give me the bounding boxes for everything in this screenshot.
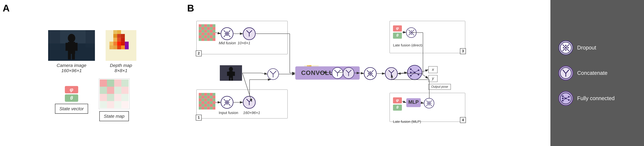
svg-rect-154	[307, 72, 309, 74]
svg-point-166	[225, 33, 226, 34]
svg-line-181	[246, 99, 249, 102]
diagram-svg: 2 1 3 4	[190, 4, 545, 142]
svg-rect-113	[207, 98, 210, 101]
svg-rect-77	[212, 30, 216, 33]
concatenate-label: Concatenate	[577, 70, 608, 76]
svg-rect-44	[122, 101, 128, 108]
svg-rect-21	[113, 42, 117, 45]
svg-rect-158	[314, 74, 316, 76]
svg-rect-20	[121, 42, 125, 45]
svg-rect-215	[393, 25, 402, 31]
svg-rect-161	[305, 74, 307, 76]
svg-line-269	[421, 103, 424, 103]
svg-point-206	[414, 72, 416, 73]
svg-text:10×6×1: 10×6×1	[238, 41, 250, 45]
svg-rect-16	[113, 38, 117, 42]
svg-point-236	[428, 101, 430, 102]
svg-line-235	[426, 100, 432, 106]
svg-rect-133	[212, 107, 216, 110]
svg-rect-111	[202, 98, 204, 101]
svg-rect-156	[311, 74, 314, 76]
svg-rect-30	[107, 79, 114, 87]
svg-text:y: y	[432, 76, 434, 80]
svg-line-266	[422, 70, 428, 72]
svg-line-250	[270, 71, 273, 74]
svg-line-268	[402, 101, 406, 103]
svg-rect-73	[202, 30, 204, 33]
svg-rect-63	[207, 24, 210, 27]
svg-rect-116	[199, 101, 202, 104]
svg-line-276	[334, 70, 338, 73]
svg-rect-85	[202, 35, 204, 38]
concatenate-icon	[558, 66, 573, 80]
svg-rect-72	[199, 30, 202, 33]
state-vector-box: φ θ State vector	[55, 86, 88, 114]
panel-a: A	[0, 0, 184, 146]
svg-point-180	[243, 96, 255, 108]
svg-rect-33	[100, 87, 107, 94]
legend-dropout: Dropout	[558, 40, 596, 55]
svg-rect-109	[212, 96, 216, 98]
svg-line-178	[249, 30, 252, 33]
svg-rect-217	[393, 33, 402, 39]
svg-rect-35	[114, 87, 122, 94]
svg-point-219	[406, 28, 416, 38]
depth-caption: Depth map 8×8×1	[110, 63, 132, 73]
svg-point-239	[428, 104, 430, 105]
svg-rect-37	[100, 94, 107, 101]
svg-rect-84	[199, 35, 202, 38]
svg-line-187	[367, 70, 374, 77]
svg-rect-41	[100, 101, 107, 108]
svg-rect-157	[314, 72, 316, 74]
svg-rect-110	[199, 98, 202, 101]
svg-rect-25	[125, 45, 129, 49]
svg-rect-86	[204, 35, 207, 38]
camera-caption: Camera image 160×96×1	[57, 63, 86, 73]
svg-point-305	[565, 98, 566, 99]
svg-rect-118	[204, 101, 207, 104]
svg-rect-115	[212, 98, 216, 101]
svg-line-241	[216, 33, 221, 34]
svg-rect-5	[75, 43, 78, 51]
svg-text:MLP: MLP	[408, 99, 419, 105]
svg-text:Late fusion (direct): Late fusion (direct)	[393, 43, 422, 47]
svg-point-233	[424, 98, 434, 108]
panel-a-bottom: φ θ State vector	[55, 78, 130, 121]
svg-rect-227	[393, 97, 402, 103]
svg-rect-107	[207, 96, 210, 98]
svg-rect-12	[117, 30, 121, 34]
svg-rect-138	[229, 71, 233, 78]
svg-rect-39	[114, 94, 122, 101]
svg-line-170	[224, 99, 230, 106]
svg-rect-211	[428, 75, 437, 82]
panel-c: Dropout Concatenate	[550, 0, 644, 146]
svg-line-177	[246, 30, 249, 33]
svg-point-238	[430, 103, 431, 104]
svg-rect-29	[100, 79, 107, 87]
svg-point-289	[563, 47, 564, 48]
main-container: A	[0, 0, 644, 146]
svg-text:2: 2	[198, 51, 200, 55]
svg-rect-132	[210, 107, 212, 110]
svg-rect-104	[199, 96, 202, 98]
svg-line-282	[348, 70, 351, 73]
svg-point-167	[228, 33, 229, 34]
svg-rect-34	[107, 87, 114, 94]
svg-line-246	[242, 73, 252, 102]
svg-point-225	[411, 34, 412, 35]
svg-rect-106	[204, 96, 207, 98]
svg-point-237	[427, 103, 428, 104]
svg-rect-7	[72, 54, 75, 60]
svg-rect-123	[202, 104, 204, 107]
svg-rect-147	[309, 68, 312, 70]
camera-image	[48, 30, 95, 61]
svg-rect-43	[114, 101, 122, 108]
svg-point-288	[565, 45, 566, 46]
svg-text:Input fusion: Input fusion	[219, 111, 238, 115]
svg-rect-128	[199, 107, 202, 110]
svg-rect-209	[428, 67, 437, 73]
svg-rect-117	[202, 101, 204, 104]
svg-rect-62	[204, 24, 207, 27]
panel-a-content: Camera image 160×96×1	[4, 9, 180, 142]
svg-line-188	[367, 70, 374, 77]
